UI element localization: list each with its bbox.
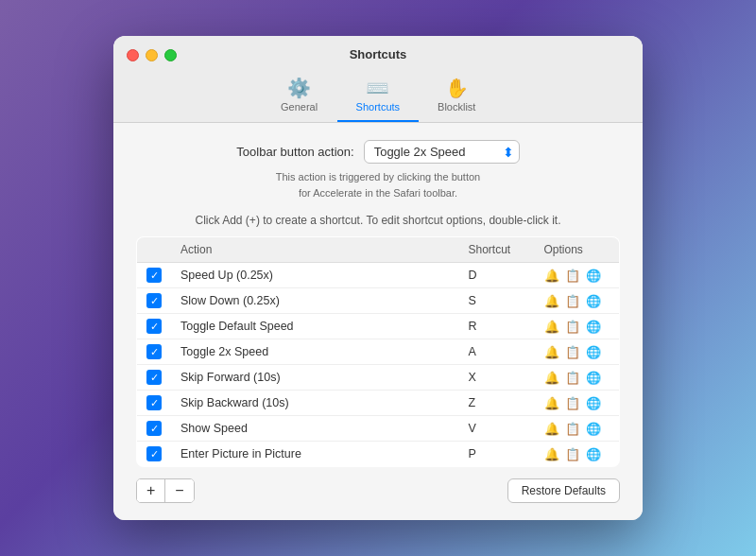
row-action-cell: Skip Forward (10s) xyxy=(171,365,459,391)
row-shortcut-cell: Z xyxy=(459,391,535,416)
checkbox-checked-icon[interactable]: ✓ xyxy=(146,344,162,359)
options-icons: 🔔 📋 🌐 xyxy=(544,269,610,283)
checkbox-checked-icon[interactable]: ✓ xyxy=(146,421,162,436)
col-header-options: Options xyxy=(535,237,620,263)
row-checkbox-cell[interactable]: ✓ xyxy=(137,442,172,467)
action-description: This action is triggered by clicking the… xyxy=(136,169,620,200)
note-icon[interactable]: 📋 xyxy=(565,294,580,308)
row-checkbox-cell[interactable]: ✓ xyxy=(137,365,172,391)
titlebar: Shortcuts ⚙️ General ⌨️ Shortcuts ✋ Bloc… xyxy=(113,36,643,123)
tab-general-label: General xyxy=(281,101,318,113)
tab-blocklist-label: Blocklist xyxy=(438,101,475,113)
bell-icon[interactable]: 🔔 xyxy=(544,320,559,334)
note-icon[interactable]: 📋 xyxy=(565,396,580,410)
row-action-cell: Enter Picture in Picture xyxy=(171,442,459,467)
globe-icon[interactable]: 🌐 xyxy=(586,422,601,436)
window-title: Shortcuts xyxy=(350,47,407,61)
checkbox-checked-icon[interactable]: ✓ xyxy=(146,370,162,385)
col-header-action: Action xyxy=(171,237,459,263)
checkbox-checked-icon[interactable]: ✓ xyxy=(146,319,162,334)
row-shortcut-cell: V xyxy=(459,416,535,442)
maximize-button[interactable] xyxy=(164,49,177,61)
options-icons: 🔔 📋 🌐 xyxy=(544,345,610,359)
bell-icon[interactable]: 🔔 xyxy=(544,447,559,461)
globe-icon[interactable]: 🌐 xyxy=(586,447,601,461)
row-options-cell: 🔔 📋 🌐 xyxy=(535,339,620,365)
table-row: ✓Show SpeedV 🔔 📋 🌐 xyxy=(137,416,620,442)
table-row: ✓Speed Up (0.25x)D 🔔 📋 🌐 xyxy=(137,263,620,288)
instruction-text: Click Add (+) to create a shortcut. To e… xyxy=(136,214,620,227)
options-icons: 🔔 📋 🌐 xyxy=(544,396,610,410)
minimize-button[interactable] xyxy=(146,49,158,61)
hand-icon: ✋ xyxy=(445,77,469,99)
options-icons: 🔔 📋 🌐 xyxy=(544,447,610,461)
checkbox-checked-icon[interactable]: ✓ xyxy=(146,293,162,308)
row-checkbox-cell[interactable]: ✓ xyxy=(137,288,172,314)
row-action-cell: Skip Backward (10s) xyxy=(171,391,459,416)
row-action-cell: Toggle Default Speed xyxy=(171,314,459,339)
row-options-cell: 🔔 📋 🌐 xyxy=(535,288,620,314)
toolbar-action-select[interactable]: Toggle 2x Speed Speed Up (0.25x) Slow Do… xyxy=(364,140,520,164)
note-icon[interactable]: 📋 xyxy=(565,320,580,334)
row-checkbox-cell[interactable]: ✓ xyxy=(137,391,172,416)
row-checkbox-cell[interactable]: ✓ xyxy=(137,263,172,288)
row-action-cell: Slow Down (0.25x) xyxy=(171,288,459,314)
bell-icon[interactable]: 🔔 xyxy=(544,269,559,283)
bell-icon[interactable]: 🔔 xyxy=(544,396,559,410)
globe-icon[interactable]: 🌐 xyxy=(586,371,601,385)
toolbar-action-label: Toolbar button action: xyxy=(236,145,353,159)
remove-shortcut-button[interactable]: − xyxy=(165,479,193,502)
toolbar-action-select-wrapper: Toggle 2x Speed Speed Up (0.25x) Slow Do… xyxy=(364,140,520,164)
checkbox-checked-icon[interactable]: ✓ xyxy=(146,268,162,283)
note-icon[interactable]: 📋 xyxy=(565,422,580,436)
row-checkbox-cell[interactable]: ✓ xyxy=(137,339,172,365)
globe-icon[interactable]: 🌐 xyxy=(586,269,601,283)
col-header-checkbox xyxy=(137,237,172,263)
restore-defaults-button[interactable]: Restore Defaults xyxy=(507,478,620,503)
row-options-cell: 🔔 📋 🌐 xyxy=(535,314,620,339)
row-action-cell: Show Speed xyxy=(171,416,459,442)
close-button[interactable] xyxy=(127,49,139,61)
options-icons: 🔔 📋 🌐 xyxy=(544,371,610,385)
globe-icon[interactable]: 🌐 xyxy=(586,396,601,410)
checkbox-checked-icon[interactable]: ✓ xyxy=(146,395,162,410)
note-icon[interactable]: 📋 xyxy=(565,345,580,359)
row-options-cell: 🔔 📋 🌐 xyxy=(535,391,620,416)
bell-icon[interactable]: 🔔 xyxy=(544,345,559,359)
row-checkbox-cell[interactable]: ✓ xyxy=(137,314,172,339)
row-shortcut-cell: R xyxy=(459,314,535,339)
traffic-lights xyxy=(127,49,177,61)
keyboard-icon: ⌨️ xyxy=(366,77,389,99)
tab-general[interactable]: ⚙️ General xyxy=(262,71,337,122)
app-window: Shortcuts ⚙️ General ⌨️ Shortcuts ✋ Bloc… xyxy=(113,36,643,520)
table-row: ✓Toggle 2x SpeedA 🔔 📋 🌐 xyxy=(137,339,620,365)
bell-icon[interactable]: 🔔 xyxy=(544,422,559,436)
options-icons: 🔔 📋 🌐 xyxy=(544,294,610,308)
row-options-cell: 🔔 📋 🌐 xyxy=(535,442,620,467)
table-row: ✓Skip Backward (10s)Z 🔔 📋 🌐 xyxy=(137,391,620,416)
row-checkbox-cell[interactable]: ✓ xyxy=(137,416,172,442)
tab-blocklist[interactable]: ✋ Blocklist xyxy=(419,71,494,122)
bell-icon[interactable]: 🔔 xyxy=(544,371,559,385)
row-shortcut-cell: X xyxy=(459,365,535,391)
add-shortcut-button[interactable]: + xyxy=(137,479,165,502)
checkbox-checked-icon[interactable]: ✓ xyxy=(146,446,162,461)
row-options-cell: 🔔 📋 🌐 xyxy=(535,365,620,391)
note-icon[interactable]: 📋 xyxy=(565,269,580,283)
tab-shortcuts[interactable]: ⌨️ Shortcuts xyxy=(337,71,419,122)
bottom-bar: + − Restore Defaults xyxy=(136,478,620,507)
table-row: ✓Skip Forward (10s)X 🔔 📋 🌐 xyxy=(137,365,620,391)
row-options-cell: 🔔 📋 🌐 xyxy=(535,263,620,288)
globe-icon[interactable]: 🌐 xyxy=(586,320,601,334)
row-shortcut-cell: A xyxy=(459,339,535,365)
row-shortcut-cell: S xyxy=(459,288,535,314)
add-remove-buttons: + − xyxy=(136,478,195,503)
globe-icon[interactable]: 🌐 xyxy=(586,294,601,308)
row-shortcut-cell: D xyxy=(459,263,535,288)
tab-shortcuts-label: Shortcuts xyxy=(356,101,400,113)
note-icon[interactable]: 📋 xyxy=(565,371,580,385)
shortcuts-table: Action Shortcut Options ✓Speed Up (0.25x… xyxy=(136,236,620,467)
note-icon[interactable]: 📋 xyxy=(565,447,580,461)
bell-icon[interactable]: 🔔 xyxy=(544,294,559,308)
globe-icon[interactable]: 🌐 xyxy=(586,345,601,359)
